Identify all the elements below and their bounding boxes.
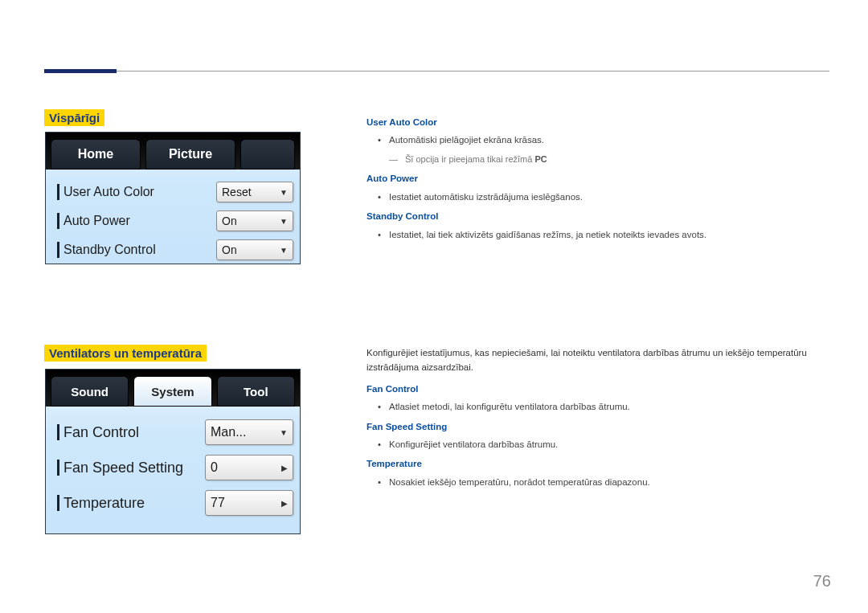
- bullet-fan-control: Atlasiet metodi, lai konfigurētu ventila…: [389, 399, 829, 414]
- term-user-auto-color: User Auto Color: [366, 115, 829, 129]
- dropdown-standby-control[interactable]: On ▼: [216, 239, 293, 260]
- intro-text: Konfigurējiet iestatījumus, kas nepiecie…: [366, 345, 829, 375]
- label-temperature: Temperature: [57, 495, 205, 512]
- tab-home[interactable]: Home: [51, 139, 141, 170]
- chevron-right-icon: ▶: [281, 464, 288, 472]
- note-text: Šī opcija ir pieejama tikai režīmā: [405, 154, 534, 164]
- term-standby-control: Standby Control: [366, 209, 829, 223]
- tab-next[interactable]: [240, 139, 295, 170]
- header-accent: [44, 69, 117, 73]
- page-number: 76: [813, 572, 831, 591]
- general-settings-panel: Home Picture User Auto Color Reset ▼ Aut…: [45, 132, 301, 264]
- label-text: Fan Speed Setting: [63, 460, 183, 476]
- label-standby-control: Standby Control: [57, 242, 216, 258]
- dropdown-value: Man...: [211, 425, 246, 439]
- settings-list: User Auto Color Reset ▼ Auto Power On ▼ …: [46, 170, 300, 272]
- fan-temp-description: Konfigurējiet iestatījumus, kas nepiecie…: [366, 345, 829, 494]
- header-rule: [44, 71, 829, 72]
- term-fan-speed-setting: Fan Speed Setting: [366, 419, 829, 434]
- tab-system[interactable]: System: [133, 376, 211, 407]
- term-temperature: Temperature: [366, 456, 829, 471]
- label-text: User Auto Color: [63, 185, 154, 199]
- label-user-auto-color: User Auto Color: [57, 184, 216, 200]
- bullet-standby-control: Iestatiet, lai tiek aktivizēts gaidīšana…: [389, 227, 829, 242]
- bullet-fan-speed-setting: Konfigurējiet ventilatora darbības ātrum…: [389, 437, 829, 452]
- term-fan-control: Fan Control: [366, 382, 829, 396]
- section-heading-fan-temp: Ventilators un temperatūra: [44, 345, 207, 362]
- settings-list: Fan Control Man... ▼ Fan Speed Setting 0…: [46, 407, 300, 529]
- dropdown-auto-power[interactable]: On ▼: [216, 210, 293, 231]
- section-heading-general: Vispārīgi: [44, 109, 104, 126]
- tab-bar: Sound System Tool: [46, 370, 300, 407]
- note-bold: PC: [534, 154, 547, 164]
- label-fan-speed-setting: Fan Speed Setting: [57, 460, 205, 476]
- row-fan-control: Fan Control Man... ▼: [57, 415, 293, 450]
- term-auto-power: Auto Power: [366, 171, 829, 186]
- row-standby-control: Standby Control On ▼: [57, 235, 293, 264]
- label-text: Fan Control: [63, 424, 139, 441]
- label-auto-power: Auto Power: [57, 213, 216, 229]
- tab-bar: Home Picture: [46, 133, 300, 170]
- label-text: Auto Power: [63, 214, 130, 228]
- dropdown-value: On: [222, 215, 237, 227]
- chevron-down-icon: ▼: [280, 428, 288, 437]
- tab-tool[interactable]: Tool: [217, 376, 295, 407]
- row-fan-speed-setting: Fan Speed Setting 0 ▶: [57, 450, 293, 485]
- dropdown-user-auto-color[interactable]: Reset ▼: [216, 182, 293, 202]
- stepper-fan-speed[interactable]: 0 ▶: [205, 455, 293, 480]
- dropdown-fan-control[interactable]: Man... ▼: [205, 419, 293, 445]
- stepper-value: 0: [211, 460, 218, 475]
- label-text: Temperature: [63, 495, 145, 512]
- label-text: Standby Control: [63, 243, 156, 257]
- row-auto-power: Auto Power On ▼: [57, 206, 293, 235]
- chevron-right-icon: ▶: [281, 499, 288, 508]
- fan-temp-settings-panel: Sound System Tool Fan Control Man... ▼ F…: [45, 369, 301, 534]
- chevron-down-icon: ▼: [280, 217, 288, 226]
- chevron-down-icon: ▼: [280, 188, 288, 197]
- tab-sound[interactable]: Sound: [51, 376, 129, 407]
- tab-picture[interactable]: Picture: [145, 139, 235, 170]
- row-user-auto-color: User Auto Color Reset ▼: [57, 178, 293, 206]
- bullet-temperature: Nosakiet iekšējo temperatūru, norādot te…: [389, 475, 829, 489]
- label-fan-control: Fan Control: [57, 424, 205, 441]
- general-description: User Auto Color Automātiski pielāgojiet …: [366, 110, 829, 247]
- bullet-auto-power: Iestatiet automātisku izstrādājuma ieslē…: [389, 190, 829, 204]
- stepper-temperature[interactable]: 77 ▶: [205, 490, 293, 516]
- bullet-user-auto-color: Automātiski pielāgojiet ekrāna krāsas.: [389, 133, 829, 147]
- dropdown-value: Reset: [222, 186, 252, 198]
- chevron-down-icon: ▼: [280, 246, 288, 255]
- row-temperature: Temperature 77 ▶: [57, 485, 293, 521]
- stepper-value: 77: [211, 496, 225, 510]
- note-user-auto-color: Šī opcija ir pieejama tikai režīmā PC: [366, 153, 829, 167]
- dropdown-value: On: [222, 243, 237, 256]
